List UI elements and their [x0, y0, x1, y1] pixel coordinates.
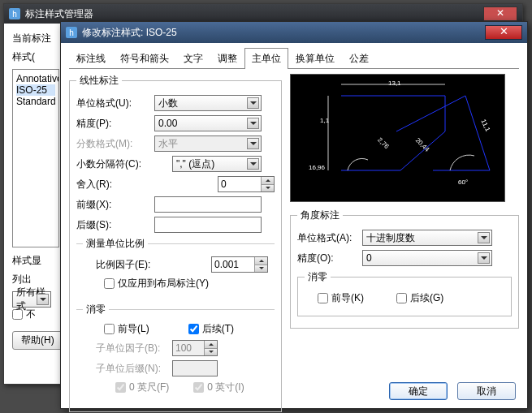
layout-only-checkbox[interactable]: 仅应用到布局标注(Y) — [104, 277, 209, 290]
fraction-format-label: 分数格式(M): — [76, 137, 154, 151]
chevron-down-icon — [247, 97, 259, 109]
unit-format-dropdown[interactable]: 小数 — [154, 95, 262, 111]
precision-dropdown[interactable]: 0.00 — [154, 115, 262, 131]
subunit-factor-label: 子单位因子(B): — [83, 342, 172, 355]
spin-up-icon[interactable] — [255, 257, 267, 265]
spin-down-icon[interactable] — [255, 265, 267, 273]
zero-feet-checkbox: 0 英尺(F) — [115, 381, 169, 394]
dimstyle-preview: 13,1 1,1 2,76 20,44 16,96 60° 11,1 — [290, 74, 505, 202]
modify-dimstyle-dialog: h 修改标注样式: ISO-25 ✕ 标注线 符号和箭头 文字 调整 主单位 换… — [60, 21, 528, 409]
scale-factor-label: 比例因子(E): — [83, 258, 172, 272]
app-icon: h — [66, 27, 77, 38]
ok-button[interactable]: 确定 — [389, 382, 448, 400]
tab-symbols-arrows[interactable]: 符号和箭头 — [113, 48, 176, 69]
ang-leading-checkbox[interactable]: 前导(K) — [318, 291, 364, 305]
back-close-button[interactable]: ✕ — [483, 6, 517, 21]
prefix-input[interactable] — [154, 196, 262, 213]
zero-legend: 消零 — [83, 303, 109, 316]
chevron-down-icon — [247, 138, 259, 149]
tree-node[interactable]: ISO-25 — [16, 84, 55, 96]
scale-factor-spinner[interactable]: 0.001 — [211, 256, 268, 273]
ang-unit-format-dropdown[interactable]: 十进制度数 — [362, 230, 492, 246]
subunit-factor-spinner: 100 — [172, 340, 218, 356]
back-title: 标注样式管理器 — [25, 7, 482, 21]
fraction-format-dropdown: 水平 — [154, 136, 262, 152]
spin-up-icon[interactable] — [262, 177, 274, 185]
styles-tree[interactable]: Annotative ISO-25 Standard — [12, 69, 59, 247]
tree-node[interactable]: Standard — [16, 96, 55, 107]
ang-zero-legend: 消零 — [305, 270, 331, 284]
tab-strip: 标注线 符号和箭头 文字 调整 主单位 换算单位 公差 — [69, 49, 519, 69]
angular-dim-group: 角度标注 单位格式(A): 十进制度数 精度(O): 0 消零 前导 — [290, 209, 519, 329]
ang-zero-subgroup: 消零 前导(K) 后续(G) — [297, 270, 512, 316]
subunit-suffix-input — [172, 360, 218, 376]
prefix-label: 前缀(X): — [76, 198, 154, 212]
decimal-sep-dropdown[interactable]: "," (逗点) — [172, 156, 262, 172]
leading-checkbox[interactable]: 前导(L) — [104, 322, 149, 336]
suffix-input[interactable] — [154, 217, 262, 233]
decimal-sep-label: 小数分隔符(C): — [76, 157, 154, 171]
spin-up-icon — [205, 341, 217, 349]
front-title: 修改标注样式: ISO-25 — [82, 26, 485, 40]
round-label: 舍入(R): — [76, 178, 154, 191]
ang-trailing-checkbox[interactable]: 后续(G) — [396, 291, 443, 305]
round-spinner[interactable]: 0 — [218, 176, 275, 192]
precision-label: 精度(P): — [76, 117, 154, 131]
trailing-checkbox[interactable]: 后续(T) — [188, 322, 234, 336]
linear-dim-legend: 线性标注 — [76, 74, 122, 88]
list-filter-dropdown[interactable]: 所有样式 — [12, 291, 51, 308]
styles-label: 样式( — [12, 51, 35, 62]
zero-inch-checkbox: 0 英寸(I) — [193, 381, 244, 394]
tab-fit[interactable]: 调整 — [210, 48, 244, 69]
ang-precision-label: 精度(O): — [297, 252, 362, 265]
help-button[interactable]: 帮助(H) — [12, 331, 63, 350]
chevron-down-icon — [247, 158, 259, 170]
tab-text[interactable]: 文字 — [176, 48, 210, 69]
tree-node[interactable]: Annotative — [16, 73, 55, 84]
angular-legend: 角度标注 — [297, 209, 343, 222]
front-titlebar: h 修改标注样式: ISO-25 ✕ — [61, 22, 527, 43]
app-icon: h — [9, 8, 20, 19]
ang-unit-format-label: 单位格式(A): — [297, 231, 362, 245]
subunit-suffix-label: 子单位后缀(N): — [83, 362, 172, 376]
scale-subgroup: 测量单位比例 比例因子(E): 0.001 仅应用到布局标注(Y) — [76, 237, 275, 301]
spin-down-icon[interactable] — [262, 185, 274, 192]
cancel-button[interactable]: 取消 — [457, 382, 516, 400]
tab-primary-units[interactable]: 主单位 — [244, 48, 288, 69]
tab-tolerance[interactable]: 公差 — [342, 48, 376, 69]
chevron-down-icon — [478, 232, 490, 243]
scale-legend: 测量单位比例 — [83, 237, 148, 251]
chevron-down-icon — [478, 252, 490, 264]
ang-precision-dropdown[interactable]: 0 — [362, 250, 492, 266]
tab-alt-units[interactable]: 换算单位 — [288, 48, 342, 69]
chevron-down-icon — [247, 118, 259, 129]
chevron-down-icon — [37, 294, 49, 305]
tab-dimlines[interactable]: 标注线 — [69, 48, 113, 69]
linear-dim-group: 线性标注 单位格式(U): 小数 精度(P): 0.00 分数格式(M): 水平 — [69, 74, 282, 412]
spin-down-icon — [205, 349, 217, 356]
close-button[interactable]: ✕ — [485, 25, 522, 40]
unit-format-label: 单位格式(U): — [76, 97, 154, 110]
zero-suppress-subgroup: 消零 前导(L) 后续(T) 子单位因子(B): 100 子单位后缀(N): — [76, 303, 275, 405]
suffix-label: 后缀(S): — [76, 218, 154, 232]
